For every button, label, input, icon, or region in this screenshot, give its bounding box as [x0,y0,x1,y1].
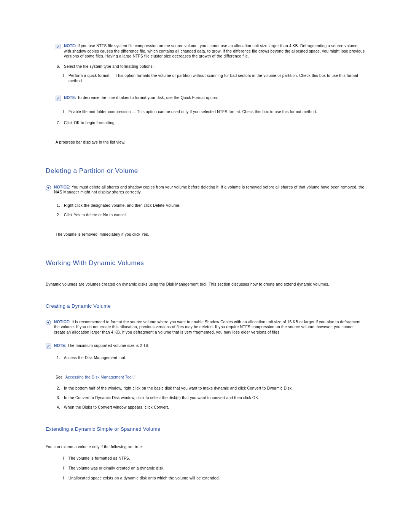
arrow-notice-icon [46,185,51,190]
note-block: NOTE: To decrease the time it takes to f… [56,95,365,101]
heading-creating-dynamic-volume: Creating a Dynamic Volume [46,303,365,309]
pencil-note-icon [56,96,61,101]
step-6: 6. Select the file system type and forma… [54,64,365,69]
create-step-2: 2. In the bottom half of the window, rig… [54,386,365,390]
note-block: NOTE: The maximum supported volume size … [46,343,365,349]
create-step-1: 1. Access the Disk Management tool. [54,356,365,360]
arrow-notice-icon [46,320,51,325]
create-step-4: 4. When the Disks to Convert window appe… [54,405,365,409]
delete-after-text: The volume is removed immediately if you… [56,232,365,236]
notice-text: NOTICE: It is recommended to format the … [54,320,365,335]
note-text: NOTE: The maximum supported volume size … [54,343,365,348]
progress-bar-text: A progress bar displays in the list view… [56,140,365,144]
notice-text: NOTICE: You must delete all shares and s… [54,185,365,195]
see-link-line: See "Accessing the Disk Management Tool.… [56,375,365,379]
extend-bullet-1: l The volume is formatted as NTFS. [62,456,365,461]
heading-dynamic-volumes: Working With Dynamic Volumes [46,259,365,267]
delete-step-2: 2. Click Yes to delete or No to cancel. [54,213,365,217]
pencil-note-icon [46,343,51,349]
step6-option-quickformat: l Perform a quick format — This option f… [62,73,365,84]
notice-block: NOTICE: You must delete all shares and s… [46,185,365,195]
note-block: NOTE: If you use NTFS file system file c… [56,43,365,59]
extend-intro: You can extend a volume only if the foll… [46,445,365,449]
extend-bullet-2: l The volume was originally created on a… [62,466,365,471]
step-7: 7. Click OK to begin formatting. [54,121,365,125]
notice-block: NOTICE: It is recommended to format the … [46,320,365,335]
pencil-note-icon [56,44,61,49]
heading-extending-dynamic-volume: Extending a Dynamic Simple or Spanned Vo… [46,426,365,432]
create-step-3: 3. In the Convert to Dynamic Disk window… [54,396,365,400]
note-text: NOTE: If you use NTFS file system file c… [64,43,365,59]
delete-step-1: 1. Right-click the designated volume, an… [54,203,365,208]
extend-bullet-3: l Unallocated space exists on a dynamic … [62,476,365,481]
dynamic-volumes-intro: Dynamic volumes are volumes created on d… [46,282,365,286]
note-text: NOTE: To decrease the time it takes to f… [64,95,365,101]
heading-deleting-partition: Deleting a Partition or Volume [46,167,365,175]
link-disk-management-tool[interactable]: Accessing the Disk Management Tool [65,375,133,379]
step6-option-compression: l Enable file and folder compression — T… [62,109,365,115]
